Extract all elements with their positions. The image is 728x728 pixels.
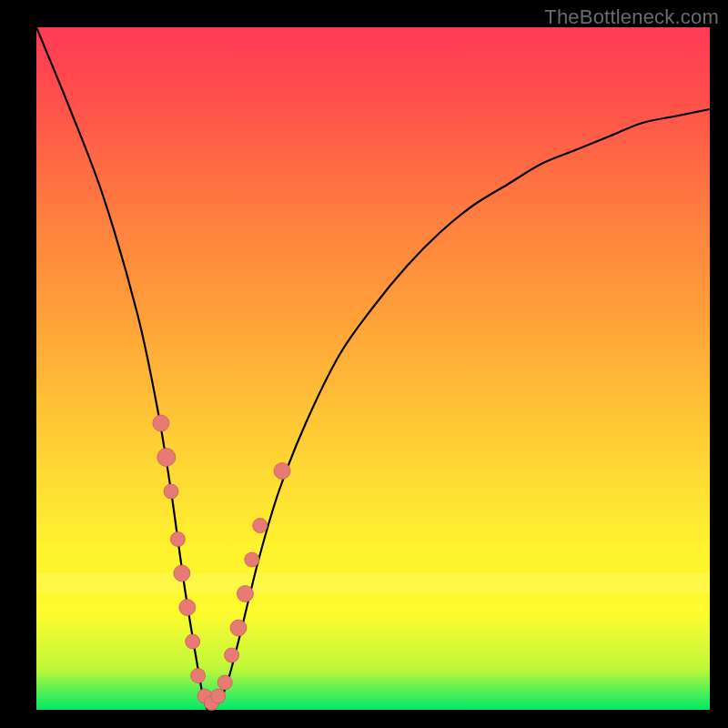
chart-svg — [36, 27, 710, 710]
left-cluster-5 — [174, 565, 190, 581]
left-cluster-4 — [170, 532, 185, 547]
marker-group — [153, 415, 290, 711]
left-cluster-6 — [179, 600, 196, 616]
bottom-1 — [191, 669, 206, 683]
plot-area — [36, 27, 710, 710]
left-cluster-3 — [164, 484, 178, 499]
right-cluster-3 — [237, 586, 253, 602]
bottleneck-curve — [36, 27, 710, 711]
left-cluster-2 — [157, 449, 176, 467]
right-cluster-2 — [230, 620, 247, 636]
bottom-4 — [211, 689, 226, 703]
right-cluster-1 — [225, 648, 239, 662]
left-cluster-7 — [186, 634, 200, 649]
right-cluster-5 — [253, 519, 268, 533]
left-cluster-1 — [153, 415, 169, 431]
watermark-label: TheBottleneck.com — [544, 5, 719, 29]
chart-frame: TheBottleneck.com — [0, 0, 728, 728]
bottom-5 — [217, 675, 232, 690]
right-cluster-4 — [245, 552, 259, 567]
right-outlier — [274, 463, 290, 480]
